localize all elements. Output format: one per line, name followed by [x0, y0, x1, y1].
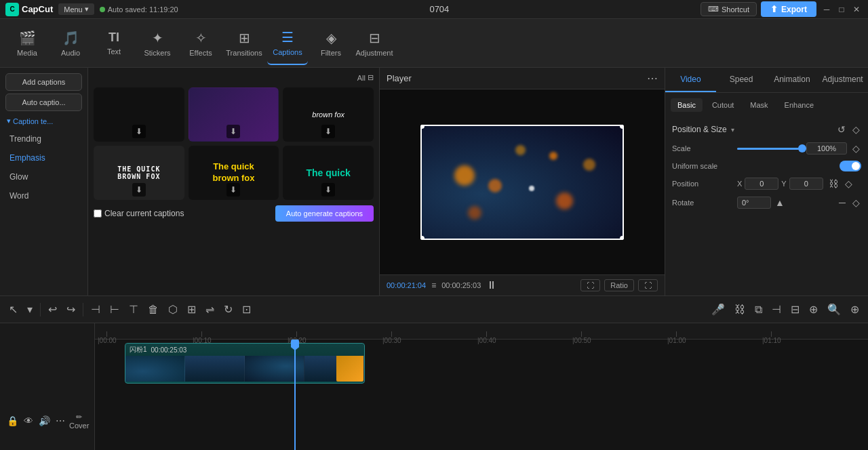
scale-slider[interactable]: [737, 148, 802, 150]
zoom-out-button[interactable]: 🔍: [824, 300, 844, 319]
position-y-input[interactable]: [789, 178, 823, 190]
split-button[interactable]: ⊣: [87, 300, 104, 319]
crop-button[interactable]: ⛶: [580, 279, 600, 291]
sidebar-item-word[interactable]: Word: [5, 188, 82, 204]
subtab-cutout[interactable]: Cutout: [705, 98, 741, 112]
download-icon-6[interactable]: ⬇: [321, 183, 335, 197]
download-icon-2[interactable]: ⬇: [226, 125, 240, 138]
more-icon[interactable]: ⋯: [54, 414, 66, 428]
captions-icon: ☰: [281, 29, 294, 45]
clear-checkbox[interactable]: [94, 209, 102, 218]
rotate-diamond-icon[interactable]: ◇: [851, 196, 861, 209]
position-link-icon[interactable]: ⛓: [827, 177, 840, 190]
position-diamond-icon[interactable]: ◇: [844, 177, 854, 190]
fit-button[interactable]: ⊞: [184, 300, 199, 319]
mask-tl-button[interactable]: ⬡: [165, 300, 181, 319]
tool-captions[interactable]: ☰ Captions: [267, 22, 308, 65]
add-captions-button[interactable]: Add captions: [5, 73, 82, 91]
link-tl-button[interactable]: ⛓: [731, 301, 749, 319]
caption-card-1[interactable]: ⬇: [94, 87, 184, 142]
timeline-list-icon[interactable]: ≡: [431, 281, 436, 290]
fullscreen-button[interactable]: ⛶: [638, 279, 658, 291]
tl-dropdown-button[interactable]: ▾: [24, 300, 36, 319]
tool-text[interactable]: TI Text: [94, 22, 134, 65]
sidebar-item-glow[interactable]: Glow: [5, 169, 82, 185]
rotate-tl-button[interactable]: ↻: [220, 300, 236, 319]
scale-thumb[interactable]: [798, 144, 806, 152]
tool-transitions[interactable]: ⊞ Transitions: [224, 22, 264, 65]
position-x-input[interactable]: [745, 178, 778, 190]
caption-card-3[interactable]: brown fox ⬇: [283, 87, 374, 142]
volume-icon[interactable]: 🔊: [37, 414, 52, 428]
eye-icon[interactable]: 👁: [22, 414, 35, 428]
sidebar-item-trending[interactable]: Trending: [5, 131, 82, 147]
handle-br[interactable]: [620, 236, 624, 240]
player-menu-button[interactable]: ⋯: [647, 72, 658, 85]
caption-card-5[interactable]: The quickbrown fox ⬇: [189, 146, 279, 200]
delete-button[interactable]: 🗑: [144, 301, 162, 319]
mic-button[interactable]: 🎤: [708, 300, 728, 319]
reset-position-button[interactable]: ↺: [836, 123, 847, 136]
redo-button[interactable]: ↪: [63, 300, 79, 319]
subtab-mask[interactable]: Mask: [743, 98, 774, 112]
video-track: 闪粉1 00:00:25:03: [95, 340, 868, 387]
subtab-enhance[interactable]: Enhance: [778, 98, 821, 112]
tab-adjustment[interactable]: Adjustment: [817, 68, 868, 92]
main-toolbar: 🎬 Media 🎵 Audio TI Text ✦ Stickers ✧ Eff…: [0, 19, 868, 68]
rotate-flip-button[interactable]: ─: [837, 196, 847, 209]
handle-bl[interactable]: [420, 236, 425, 240]
undo-button[interactable]: ↩: [45, 300, 60, 319]
tool-media[interactable]: 🎬 Media: [7, 22, 47, 65]
caption-card-2[interactable]: ⬇: [189, 87, 279, 142]
tool-audio[interactable]: 🎵 Audio: [50, 22, 91, 65]
video-clip[interactable]: 闪粉1 00:00:25:03: [125, 343, 365, 384]
tab-video[interactable]: Video: [665, 68, 716, 92]
auto-generate-button[interactable]: Auto generate captions: [275, 205, 374, 222]
tool-effects[interactable]: ✧ Effects: [180, 22, 221, 65]
flip-button[interactable]: ⇌: [202, 300, 218, 319]
download-icon-4[interactable]: ⬇: [132, 183, 146, 197]
download-icon-3[interactable]: ⬇: [321, 125, 335, 138]
export-button[interactable]: ⬆ Export: [761, 1, 816, 17]
playhead[interactable]: [294, 340, 296, 450]
auto-caption-button[interactable]: Auto captio...: [5, 94, 82, 111]
diamond-icon[interactable]: ◇: [851, 123, 861, 136]
tool-stickers[interactable]: ✦ Stickers: [137, 22, 178, 65]
tool-adjustment[interactable]: ⊟ Adjustment: [354, 22, 395, 65]
subtab-basic[interactable]: Basic: [671, 98, 703, 112]
crop-tl-button[interactable]: ⊤: [125, 300, 142, 319]
close-button[interactable]: ✕: [850, 3, 863, 16]
split2-button[interactable]: ⊣: [768, 300, 785, 319]
maximize-button[interactable]: □: [835, 3, 848, 16]
select-tool-button[interactable]: ↖: [5, 300, 21, 319]
trim-button[interactable]: ⊢: [106, 300, 123, 319]
download-icon-1[interactable]: ⬇: [132, 125, 146, 138]
tab-animation[interactable]: Animation: [767, 68, 818, 92]
shortcut-button[interactable]: ⌨ Shortcut: [701, 2, 757, 16]
rotate-stepper-up[interactable]: ▲: [774, 196, 786, 209]
align-button[interactable]: ⊟: [787, 300, 803, 319]
scale-value[interactable]: 100%: [806, 142, 847, 155]
download-icon-5[interactable]: ⬇: [226, 183, 240, 197]
crop2-button[interactable]: ⊡: [239, 300, 254, 319]
sidebar-item-emphasis[interactable]: Emphasis: [5, 150, 82, 166]
all-filter-button[interactable]: All ⊟: [357, 73, 374, 82]
caption-card-4[interactable]: THE QUICKBROWN FOX ⬇: [94, 146, 184, 200]
menu-button[interactable]: Menu ▾: [58, 3, 94, 15]
lock-icon[interactable]: 🔒: [5, 414, 20, 428]
rotate-input[interactable]: [737, 197, 771, 209]
caption-templates-section[interactable]: ▾ Caption te...: [5, 114, 82, 128]
scale-reset-button[interactable]: ◇: [851, 142, 861, 155]
ratio-button[interactable]: Ratio: [604, 279, 634, 291]
snap-button[interactable]: ⧉: [751, 301, 766, 319]
zoom-in-button[interactable]: ⊕: [847, 300, 863, 319]
handle-tr[interactable]: [620, 125, 624, 129]
minimize-button[interactable]: ─: [821, 3, 833, 16]
play-button[interactable]: ⏸: [486, 279, 497, 291]
tool-filters[interactable]: ◈ Filters: [311, 22, 351, 65]
stabilize-button[interactable]: ⊕: [806, 300, 821, 319]
caption-card-6[interactable]: The quick ⬇: [283, 146, 374, 200]
handle-tl[interactable]: [420, 125, 425, 129]
toggle-on[interactable]: [840, 161, 861, 171]
tab-speed[interactable]: Speed: [716, 68, 767, 92]
